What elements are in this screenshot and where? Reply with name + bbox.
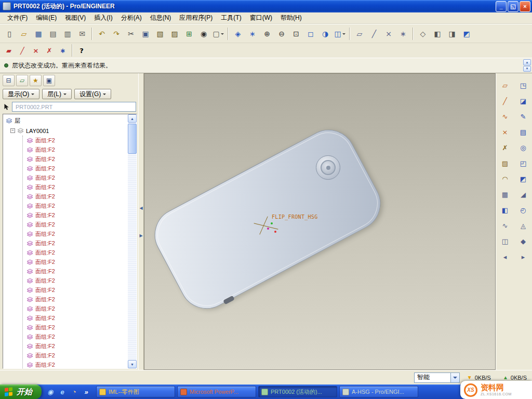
- menu-item[interactable]: 应用程序(P): [175, 12, 217, 23]
- tree-item-layer[interactable]: 面组:F2: [23, 304, 137, 313]
- open-file-icon[interactable]: ▱: [17, 27, 31, 41]
- tree-item-layer[interactable]: 面组:F2: [23, 238, 137, 248]
- overflow-chevron-icon[interactable]: »: [82, 387, 91, 396]
- tree-node-lay0001[interactable]: − LAY0001: [10, 126, 137, 136]
- show-dropdown-button[interactable]: 显示(O): [3, 89, 39, 99]
- email-icon[interactable]: ✉: [75, 27, 89, 41]
- selection-filter-combo[interactable]: 智能: [414, 373, 460, 383]
- menu-item[interactable]: 文件(F): [3, 12, 32, 23]
- datum-axis-display-icon[interactable]: ╱: [367, 27, 381, 41]
- save-icon[interactable]: ▦: [32, 27, 45, 41]
- context-help-icon[interactable]: ?: [75, 45, 88, 56]
- menu-item[interactable]: 插入(I): [90, 12, 116, 23]
- zoom-out-icon[interactable]: ⊖: [275, 27, 288, 41]
- tree-root[interactable]: 层: [6, 116, 137, 126]
- tree-item-layer[interactable]: 面组:F2: [23, 182, 137, 192]
- find-icon[interactable]: ◉: [197, 27, 210, 41]
- sketch-tool-icon[interactable]: ✎: [516, 110, 530, 123]
- history-icon[interactable]: ▣: [43, 75, 55, 86]
- sweep-icon[interactable]: ∿: [498, 219, 512, 232]
- sketch-csys-icon[interactable]: ∗: [57, 45, 69, 56]
- scroll-up-icon[interactable]: ▲: [128, 114, 137, 123]
- taskbar-task-ahsg[interactable]: A-HSG - Pro/ENGI...: [339, 386, 418, 397]
- hidden-line-icon[interactable]: ◧: [431, 27, 444, 41]
- collapse-left-icon[interactable]: ◀: [139, 206, 142, 210]
- annotation-icon[interactable]: ▤: [516, 125, 530, 139]
- datum-axis-icon[interactable]: ╱: [498, 94, 512, 108]
- messenger-icon[interactable]: ◉: [46, 387, 55, 396]
- refit-icon[interactable]: ⊡: [289, 27, 303, 41]
- datum-plane-icon[interactable]: ▱: [498, 78, 512, 92]
- scroll-down-icon[interactable]: ▼: [128, 360, 137, 368]
- datum-point-display-icon[interactable]: ×: [382, 27, 395, 41]
- datum-point-icon[interactable]: ×: [498, 125, 512, 139]
- restore-button[interactable]: ◱: [508, 1, 518, 12]
- tree-scrollbar[interactable]: ▲ ▼: [128, 114, 137, 368]
- style-icon[interactable]: ◠: [498, 172, 512, 185]
- tree-item-layer[interactable]: 面组:F2: [23, 267, 137, 276]
- copy-icon[interactable]: ▣: [139, 27, 152, 41]
- sketch-line-icon[interactable]: ╱: [16, 45, 29, 56]
- menu-item[interactable]: 工具(T): [217, 12, 245, 23]
- tree-item-layer[interactable]: 面组:F2: [23, 229, 137, 238]
- datum-curve-icon[interactable]: ∿: [498, 110, 512, 123]
- layer-dropdown-button[interactable]: 层(L): [42, 89, 72, 99]
- collapse-icon[interactable]: −: [10, 128, 15, 133]
- scrollbar-track[interactable]: [128, 123, 137, 360]
- favorites-icon[interactable]: ★: [30, 75, 42, 86]
- ie-icon[interactable]: e: [58, 387, 67, 396]
- tree-item-layer[interactable]: 面组:F2: [23, 313, 137, 323]
- trim-icon[interactable]: ◂: [498, 250, 512, 263]
- new-file-icon[interactable]: ▯: [3, 27, 16, 41]
- chain-icon[interactable]: ▨: [498, 156, 512, 170]
- tree-item-layer[interactable]: 面组:F2: [23, 285, 137, 295]
- expand-right-icon[interactable]: ▶: [139, 233, 142, 238]
- settings-dropdown-button[interactable]: 设置(G): [74, 89, 111, 99]
- close-button[interactable]: ×: [520, 1, 530, 12]
- view-orientation-icon[interactable]: ◈: [231, 27, 245, 41]
- sketch-point-icon[interactable]: ×: [30, 45, 42, 56]
- draft-icon[interactable]: ◢: [516, 188, 530, 201]
- tree-item-layer[interactable]: 面组:F2: [23, 341, 137, 351]
- plot-icon[interactable]: ▥: [61, 27, 74, 41]
- tree-item-layer[interactable]: 面组:F2: [23, 192, 137, 201]
- datum-csys-display-icon[interactable]: ∗: [396, 27, 410, 41]
- taskbar-task-iml-folder[interactable]: IML--零件图: [96, 386, 175, 397]
- menu-item[interactable]: 窗口(W): [246, 12, 276, 23]
- shaded-display-icon[interactable]: ◩: [460, 27, 473, 41]
- menu-item[interactable]: 信息(N): [146, 12, 176, 23]
- tree-item-layer[interactable]: 面组:F2: [23, 164, 137, 173]
- saved-views-icon[interactable]: ◫: [333, 27, 347, 41]
- tree-item-layer[interactable]: 面组:F2: [23, 295, 137, 304]
- tree-item-layer[interactable]: 面组:F2: [23, 145, 137, 154]
- model-name-field[interactable]: PRT0002.PRT: [12, 102, 136, 112]
- shell-icon[interactable]: ◰: [516, 156, 530, 170]
- model-tree-icon[interactable]: ⊟: [3, 75, 15, 86]
- wireframe-icon[interactable]: ◇: [416, 27, 430, 41]
- pattern-icon[interactable]: ▦: [498, 188, 512, 201]
- csys-label[interactable]: FLIP_FRONT_HSG: [272, 214, 318, 220]
- menu-item[interactable]: 帮助(H): [276, 12, 306, 23]
- extrude-icon[interactable]: ◧: [498, 203, 512, 217]
- model-camera-boss[interactable]: [316, 155, 340, 180]
- selection-filter-icon[interactable]: ▢: [211, 27, 225, 41]
- start-button[interactable]: 开始: [0, 384, 42, 399]
- offset-point-icon[interactable]: ✗: [498, 141, 512, 154]
- spin-center-icon[interactable]: ∗: [246, 27, 259, 41]
- media-player-icon[interactable]: ◔: [70, 387, 79, 396]
- tree-item-layer[interactable]: 面组:F2: [23, 173, 137, 182]
- menu-item[interactable]: 视图(V): [61, 12, 90, 23]
- regenerate-icon[interactable]: ⊞: [182, 27, 196, 41]
- scrollbar-thumb[interactable]: [128, 124, 137, 154]
- shade-icon[interactable]: ◑: [318, 27, 332, 41]
- folder-browser-icon[interactable]: ▱: [16, 75, 28, 86]
- zoom-in-icon[interactable]: ⊕: [260, 27, 274, 41]
- print-icon[interactable]: ▤: [46, 27, 60, 41]
- tree-item-layer[interactable]: 面组:F2: [23, 248, 137, 257]
- sketch-plane-icon[interactable]: ▰: [3, 45, 15, 56]
- tree-item-layer[interactable]: 面组:F2: [23, 332, 137, 341]
- datum-plane-display-icon[interactable]: ▱: [353, 27, 366, 41]
- tree-item-layer[interactable]: 面组:F2: [23, 210, 137, 220]
- sketch-points-icon[interactable]: ✗: [43, 45, 56, 56]
- tree-item-layer[interactable]: 面组:F2: [23, 351, 137, 360]
